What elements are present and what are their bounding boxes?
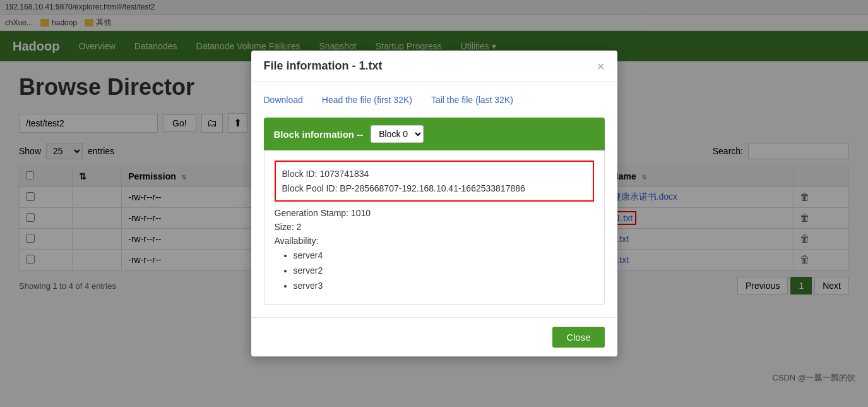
server-item: server3 [294,279,594,294]
server-item: server4 [294,248,594,264]
block-id-box: Block ID: 1073741834 Block Pool ID: BP-2… [275,161,594,202]
block-id-line: Block ID: 1073741834 [282,167,586,181]
block-info-label: Block information -- [274,129,364,140]
modal-close-button[interactable]: × [597,60,605,73]
modal-header: File information - 1.txt × [251,51,617,82]
modal: File information - 1.txt × Download Head… [251,51,617,356]
size-line: Size: 2 [275,222,594,232]
modal-links: Download Head the file (first 32K) Tail … [264,95,605,105]
close-button[interactable]: Close [552,327,604,348]
availability-label: Availability: [275,236,594,246]
server-item: server2 [294,264,594,279]
modal-title: File information - 1.txt [264,59,383,73]
modal-overlay: File information - 1.txt × Download Head… [0,0,868,390]
availability-list: server4server2server3 [294,248,594,293]
block-select[interactable]: Block 0 [371,125,424,143]
block-details: Block ID: 1073741834 Block Pool ID: BP-2… [264,150,605,304]
head-file-link[interactable]: Head the file (first 32K) [322,95,412,105]
download-link[interactable]: Download [264,95,303,105]
generation-stamp: Generation Stamp: 1010 [275,208,594,218]
block-pool-id-line: Block Pool ID: BP-285668707-192.168.10.4… [282,181,586,195]
modal-footer: Close [251,317,617,356]
tail-file-link[interactable]: Tail the file (last 32K) [431,95,513,105]
modal-body: Download Head the file (first 32K) Tail … [251,82,617,317]
block-info-bar: Block information -- Block 0 [264,118,605,150]
